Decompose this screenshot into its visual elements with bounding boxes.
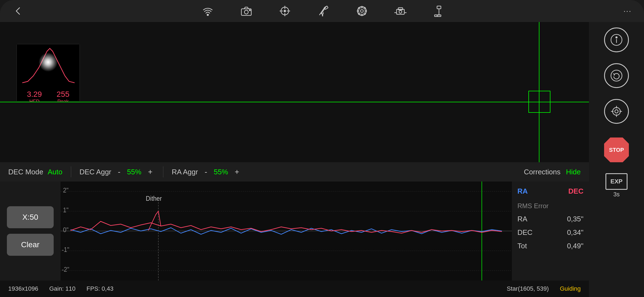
exp-value: 3s [613,191,620,198]
ra-aggr-minus[interactable]: - [202,167,209,176]
rms-ra-value: 0,35" [567,215,583,223]
back-button[interactable] [8,3,28,19]
status-gain: Gain: 110 [49,285,75,292]
rms-dec-label: DEC [517,228,533,237]
svg-text:-1": -1" [62,246,69,253]
svg-point-51 [616,37,617,38]
exp-button[interactable]: EXP [605,173,627,190]
svg-point-24 [358,13,360,15]
svg-point-27 [399,10,402,13]
status-fps: FPS: 0,43 [86,285,113,292]
rms-dec-header: DEC [568,187,583,196]
svg-point-54 [615,110,618,113]
svg-text:1": 1" [63,206,69,214]
rms-dec-value: 0,34" [567,228,583,237]
ra-aggr-plus[interactable]: + [233,167,241,176]
dec-aggr-minus[interactable]: - [116,167,122,176]
ra-aggr-label: RA Aggr [172,168,198,176]
right-sidebar: STOP EXP 3s [589,22,644,297]
crosshair-horizontal [0,102,589,102]
refresh-button[interactable] [604,63,629,88]
dec-aggr-group: DEC Aggr - 55% + [80,167,155,176]
svg-rect-26 [398,8,403,10]
svg-point-17 [361,6,363,8]
peak-value: 255 [57,90,70,99]
focuser-icon[interactable] [394,4,407,18]
dec-mode-group: DEC Mode Auto [8,168,62,176]
rms-error-label: RMS Error [517,202,549,210]
svg-text:0": 0" [63,226,69,233]
toolbar: ··· [0,0,644,22]
svg-point-21 [358,7,360,9]
usb-icon[interactable] [432,4,446,18]
clear-button[interactable]: Clear [7,234,54,256]
svg-point-19 [357,10,359,12]
rms-tot-label: Tot [517,242,527,250]
filter-wheel-icon[interactable] [355,4,369,18]
svg-point-52 [611,70,622,81]
dec-aggr-value: 55% [127,168,141,176]
more-button[interactable]: ··· [619,3,636,19]
svg-point-3 [249,10,250,11]
svg-rect-30 [437,6,441,9]
controls-bar: DEC Mode Auto DEC Aggr - 55% + RA Aggr -… [0,162,589,182]
corrections-label: Corrections [524,168,561,176]
wifi-icon[interactable] [201,4,215,18]
status-resolution: 1936x1096 [8,285,38,292]
camera-icon[interactable] [239,4,253,18]
svg-text:-2": -2" [62,266,69,273]
rms-ra-label: RA [517,215,527,223]
svg-point-2 [244,10,248,14]
star-overlay: 3.29 HFD 255 Peak [17,44,80,102]
dec-mode-label: DEC Mode [8,168,43,176]
dec-mode-value: Auto [48,168,62,176]
hide-button[interactable]: Hide [566,168,581,176]
target-button[interactable] [604,99,629,124]
svg-point-16 [361,10,363,12]
x50-button[interactable]: X:50 [7,206,54,228]
svg-text:Dither: Dither [146,195,162,202]
svg-point-53 [613,108,620,115]
left-panel: X:50 Clear [0,182,61,280]
chart-container: 2" 1" 0" -1" -2" Dither [61,182,512,280]
status-star: Star(1605, 539) [507,285,549,292]
ra-aggr-group: RA Aggr - 55% + [172,167,241,176]
info-button[interactable] [604,28,629,52]
graph-area: X:50 Clear 2" 1" 0" -1" -2" Dither [0,182,589,280]
svg-point-9 [284,10,286,12]
stop-button[interactable]: STOP [604,138,629,162]
svg-point-23 [364,7,365,9]
hfd-label: HFD [27,99,42,102]
dec-aggr-label: DEC Aggr [80,168,111,176]
svg-point-22 [364,13,365,15]
exp-container: EXP 3s [605,173,627,198]
dec-aggr-plus[interactable]: + [146,167,155,176]
svg-point-20 [365,10,367,12]
ra-aggr-value: 55% [214,168,228,176]
svg-point-0 [207,14,209,16]
crosshair-target-icon[interactable] [278,4,292,18]
rms-tot-value: 0,49" [567,242,583,250]
toolbar-icons [28,4,619,18]
status-guiding: Guiding [560,285,581,292]
crosshair-box [528,91,550,113]
rms-ra-header: RA [517,187,528,196]
peak-label: Peak [57,99,70,102]
status-bar: 1936x1096 Gain: 110 FPS: 0,43 Star(1605,… [0,280,589,297]
svg-text:2": 2" [63,186,69,194]
telescope-icon[interactable] [316,4,330,18]
svg-point-18 [361,14,363,16]
sky-view[interactable]: 3.29 HFD 255 Peak Graph [0,22,589,182]
rms-panel: RA DEC RMS Error RA 0,35" DEC 0,34" Tot … [512,182,589,280]
hfd-value: 3.29 [27,90,42,99]
